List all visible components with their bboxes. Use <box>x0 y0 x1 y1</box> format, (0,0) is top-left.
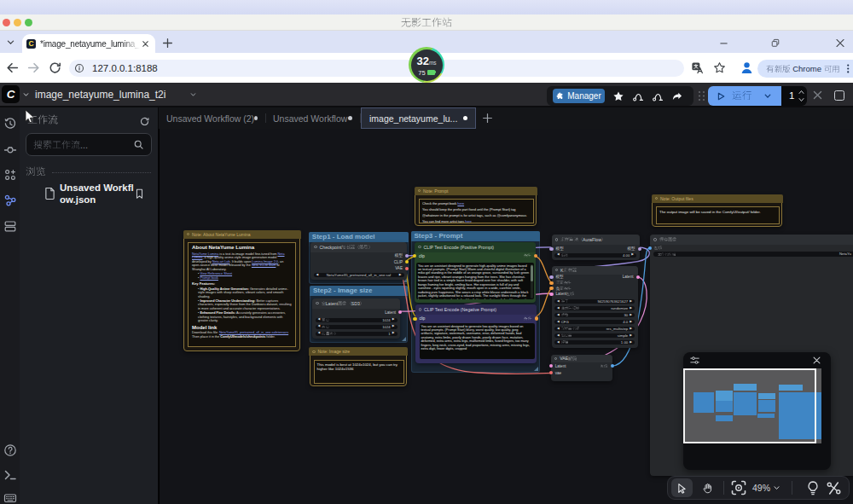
output-slot[interactable]: CLIP <box>394 260 403 264</box>
collapse-dot-icon[interactable] <box>555 238 559 241</box>
group-title[interactable]: Step2 - Image size <box>310 286 408 296</box>
help-icon[interactable] <box>3 443 17 457</box>
translate-icon[interactable] <box>691 61 704 74</box>
templates-icon[interactable] <box>3 219 17 233</box>
node-header[interactable]: LatentSD3 <box>312 298 400 309</box>
widget-shift[interactable]: ◀4.00▶ <box>554 253 636 258</box>
collapse-dot-icon[interactable] <box>554 357 558 361</box>
input-slot[interactable] <box>654 246 662 250</box>
node-header[interactable]: VAE <box>551 355 612 363</box>
slot-dot-image[interactable] <box>648 246 652 250</box>
output-slot[interactable]: 模型 <box>627 246 635 251</box>
share-icon[interactable] <box>671 90 683 102</box>
terminal-icon[interactable] <box>3 468 17 482</box>
pan-tool-button[interactable] <box>697 478 717 497</box>
input-slot[interactable]: clip <box>419 254 425 258</box>
output-slot[interactable]: 模型 <box>395 253 403 258</box>
node-vae-decode[interactable]: VAE Latent vae <box>551 355 612 382</box>
node-model-sampling[interactable]: AuraFlow 模型 模型 ◀4.00▶ <box>552 235 640 261</box>
widget-denoise[interactable]: ◀1.00▶ <box>554 340 635 345</box>
tab-search-button[interactable] <box>3 36 18 49</box>
link[interactable]: View Reference Sheet <box>200 272 232 275</box>
notification-bell-icon[interactable] <box>632 90 644 102</box>
link[interactable]: Prompt book <box>200 276 218 280</box>
address-bar[interactable]: 127.0.0.1:8188 <box>69 60 684 77</box>
browse-section-label[interactable] <box>26 166 45 177</box>
node-header[interactable]: AuraFlow <box>552 235 640 245</box>
widget-sampler-name[interactable]: ◀res_multistep▶ <box>554 327 635 331</box>
note-header[interactable]: Note: Prompt <box>415 187 537 195</box>
link-toggle-icon[interactable] <box>826 480 842 496</box>
window-minimize-button[interactable] <box>718 38 729 49</box>
collapse-dot-icon[interactable] <box>187 233 190 236</box>
note-node-output-files[interactable]: Note: Output files The output image will… <box>652 194 782 227</box>
node-header[interactable]: CLIP Text Encode (Negative Prompt) <box>415 304 537 315</box>
note-node-image-size[interactable]: Note: Image size This model is best at 1… <box>310 348 408 386</box>
lightbulb-icon[interactable] <box>805 480 821 495</box>
workflow-list-item[interactable]: Unsaved Workflow.json <box>20 182 159 216</box>
node-clip-encode-positive[interactable]: CLIP Text Encode (Positive Prompt) clip … <box>415 242 536 304</box>
input-slot[interactable]: Latent <box>556 292 575 296</box>
minimap-panel[interactable] <box>683 352 831 470</box>
note-text[interactable]: This model is best at 1024x1024, but you… <box>314 360 404 384</box>
widget-cfg[interactable]: ◀CFG4.0▶ <box>554 320 635 324</box>
collapse-dot-icon[interactable] <box>418 246 421 249</box>
workflow-search-input[interactable]: ... <box>26 133 152 156</box>
new-tab-button[interactable] <box>162 38 173 49</box>
stepper-down-icon[interactable] <box>798 96 805 103</box>
note-text[interactable]: Check the prompt book here You should ke… <box>419 199 534 223</box>
note-markdown-body[interactable]: About NetaYume Lumina NetaYume Lumina is… <box>188 242 296 348</box>
slot-dot-clip[interactable] <box>413 316 416 320</box>
keyboard-icon[interactable] <box>3 491 17 504</box>
collapse-dot-icon[interactable] <box>316 302 319 305</box>
minimap-close-icon[interactable] <box>812 356 821 365</box>
refresh-icon[interactable] <box>139 116 150 127</box>
minimap-viewport[interactable] <box>683 368 816 443</box>
collapse-dot-icon[interactable] <box>314 246 317 249</box>
node-library-icon[interactable] <box>3 143 17 157</box>
slot-dot-latent[interactable] <box>549 293 553 296</box>
run-count-stepper[interactable]: 1 <box>781 86 807 106</box>
profile-avatar-icon[interactable] <box>740 61 754 75</box>
latency-badge[interactable]: 32ms 75 <box>409 47 444 83</box>
workflow-tab[interactable]: Unsaved Workflow (2) <box>159 107 265 129</box>
widget-height[interactable]: ◀1024▶ <box>316 325 397 329</box>
widget-ckpt-name[interactable]: ◀NetaYume35_pretrained_all_in_one.saf▶ <box>314 273 404 277</box>
chevron-down-icon[interactable] <box>189 91 197 98</box>
node-clip-encode-negative[interactable]: CLIP Text Encode (Negative Prompt) clip … <box>415 304 537 363</box>
node-empty-latent[interactable]: LatentSD3 Latent ◀1024▶ ◀1024▶ ◀1▶ <box>312 298 400 339</box>
widget-steps[interactable]: ◀30▶ <box>554 313 635 317</box>
input-slot[interactable]: Latent <box>555 364 566 368</box>
input-slot[interactable]: clip <box>420 316 426 321</box>
reload-button[interactable] <box>48 61 62 75</box>
note-header[interactable]: Note: Output files <box>652 194 783 203</box>
prompt-textarea[interactable]: You are an assistant designed to generat… <box>416 263 534 299</box>
collapse-dot-icon[interactable] <box>419 308 422 311</box>
comfyui-logo[interactable]: C <box>2 85 20 103</box>
collapse-dot-icon[interactable] <box>418 189 421 193</box>
slot-dot-conditioning[interactable] <box>549 287 553 290</box>
chevron-down-icon[interactable] <box>22 91 30 98</box>
node-header[interactable]: K <box>552 266 638 275</box>
widget-control-after-generate[interactable]: ◀randomize▶ <box>554 306 635 310</box>
bookmark-icon[interactable] <box>135 188 144 200</box>
widget-scheduler[interactable]: ◀simple▶ <box>554 333 635 338</box>
group-title[interactable]: Step3 - Prompt <box>411 231 541 241</box>
slot-dot-conditioning[interactable] <box>549 281 553 284</box>
collapse-dot-icon[interactable] <box>312 350 316 354</box>
link[interactable]: NetaYume35_pretrained_all_in_one.safeten… <box>219 331 288 334</box>
output-slot[interactable] <box>524 316 531 321</box>
add-workflow-tab-button[interactable] <box>482 113 493 124</box>
slot-dot-vae[interactable] <box>549 371 553 374</box>
widget-seed[interactable]: ◀942590763621627▶ <box>554 299 635 304</box>
note-header[interactable]: Note: Image size <box>309 347 408 356</box>
manager-button[interactable]: Manager <box>553 89 605 103</box>
input-slot[interactable] <box>556 281 572 285</box>
minimap-options-icon[interactable] <box>689 356 700 365</box>
output-slot[interactable] <box>524 253 531 258</box>
chrome-update-chip[interactable]: Chrome <box>757 60 853 78</box>
input-slot[interactable]: vae <box>555 371 561 375</box>
star-icon[interactable] <box>612 90 624 102</box>
zoom-level-dropdown[interactable]: 49% <box>752 483 780 493</box>
model-library-icon[interactable] <box>3 168 17 182</box>
